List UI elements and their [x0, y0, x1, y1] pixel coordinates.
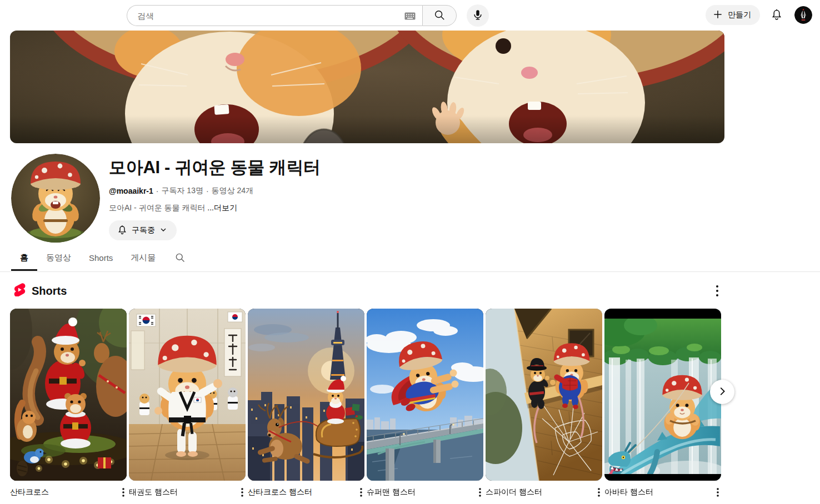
video-thumbnail-spider-hamster[interactable] — [486, 309, 602, 481]
video-kebab-button[interactable] — [715, 487, 721, 500]
video-thumbnail-santa-hamster[interactable] — [248, 309, 364, 481]
card-footer: 태권도 햄스터 — [129, 487, 246, 500]
bell-icon — [770, 8, 783, 23]
youtube-channel-page: 만들기 — [0, 0, 820, 504]
card-footer: 스파이더 햄스터 — [486, 487, 602, 500]
description-text: 모아AI - 귀여운 동물 캐릭터 — [109, 203, 205, 212]
search-area — [127, 4, 489, 27]
keyboard-icon[interactable] — [404, 12, 416, 22]
channel-tabs: 홈 동영상 Shorts 게시물 — [11, 244, 820, 271]
channel-title: 모아AI - 귀여운 동물 캐릭터 — [109, 156, 321, 179]
meta-separator: · — [206, 187, 209, 195]
search-box[interactable] — [127, 5, 422, 26]
channel-meta: @moaaikr-1 · 구독자 13명 · 동영상 24개 — [109, 186, 321, 196]
shorts-card: 산타크로스 — [10, 309, 127, 500]
channel-banner — [10, 31, 724, 143]
plus-icon — [712, 9, 723, 22]
create-button[interactable]: 만들기 — [706, 5, 760, 25]
channel-header: 모아AI - 귀여운 동물 캐릭터 @moaaikr-1 · 구독자 13명 ·… — [11, 154, 820, 243]
bell-icon — [117, 224, 128, 237]
card-footer: 슈퍼맨 햄스터 — [367, 487, 483, 500]
shorts-section-header: Shorts — [10, 281, 724, 301]
shorts-card: 스파이더 햄스터 — [486, 309, 602, 500]
banner-art — [10, 31, 724, 143]
subscribed-button[interactable]: 구독중 — [109, 220, 177, 240]
notifications-button[interactable] — [766, 4, 788, 26]
tab-videos[interactable]: 동영상 — [37, 245, 80, 271]
search-button[interactable] — [422, 5, 457, 26]
video-kebab-button[interactable] — [596, 487, 602, 500]
search-icon — [433, 9, 446, 23]
tab-home[interactable]: 홈 — [11, 245, 37, 271]
video-thumbnail-superman-hamster[interactable] — [367, 309, 483, 481]
card-footer: 산타크로스 햄스터 — [248, 487, 364, 500]
shorts-card: 태권도 햄스터 — [129, 309, 246, 500]
video-thumbnail-avatar-hamster[interactable] — [604, 309, 721, 481]
topbar-right: 만들기 — [706, 4, 812, 26]
search-icon — [174, 252, 186, 265]
video-title[interactable]: 슈퍼맨 햄스터 — [367, 487, 416, 497]
more-link[interactable]: ...더보기 — [207, 203, 237, 212]
channel-info: 모아AI - 귀여운 동물 캐릭터 @moaaikr-1 · 구독자 13명 ·… — [109, 154, 321, 243]
shorts-card: 산타크로스 햄스터 — [248, 309, 364, 500]
video-kebab-button[interactable] — [121, 487, 126, 500]
video-kebab-button[interactable] — [358, 487, 364, 500]
video-title[interactable]: 스파이더 햄스터 — [486, 487, 542, 497]
kebab-icon — [716, 290, 719, 299]
video-kebab-button[interactable] — [477, 487, 483, 500]
subscriber-count: 구독자 13명 — [161, 186, 203, 196]
channel-description: 모아AI - 귀여운 동물 캐릭터 ...더보기 — [109, 203, 321, 213]
video-thumbnail-santa-squirrels[interactable] — [10, 309, 127, 481]
mic-icon — [472, 9, 484, 23]
video-title[interactable]: 산타크로스 — [10, 487, 49, 497]
shorts-logo-icon — [13, 283, 26, 299]
subscribe-label: 구독중 — [132, 225, 155, 235]
chevron-right-icon — [716, 385, 728, 399]
create-label: 만들기 — [728, 10, 751, 20]
shelf-next-button[interactable] — [710, 380, 734, 404]
topbar: 만들기 — [0, 0, 820, 31]
channel-avatar — [11, 154, 100, 243]
shorts-card: 아바타 햄스터 — [604, 309, 721, 500]
search-input[interactable] — [136, 11, 398, 21]
shorts-section-title: Shorts — [32, 285, 67, 298]
video-count: 동영상 24개 — [212, 186, 253, 196]
video-thumbnail-taekwondo-hamster[interactable] — [129, 309, 246, 481]
user-avatar[interactable] — [794, 6, 812, 24]
tab-posts[interactable]: 게시물 — [122, 245, 164, 271]
channel-search-button[interactable] — [164, 244, 190, 271]
card-footer: 산타크로스 — [10, 487, 127, 500]
tabs-bar: 홈 동영상 Shorts 게시물 — [0, 244, 820, 272]
tab-shorts[interactable]: Shorts — [80, 245, 122, 270]
card-footer: 아바타 햄스터 — [604, 487, 721, 500]
channel-handle: @moaaikr-1 — [109, 187, 153, 195]
video-title[interactable]: 아바타 햄스터 — [604, 487, 653, 497]
mic-button[interactable] — [467, 4, 489, 27]
meta-separator: · — [156, 187, 159, 195]
section-kebab-button[interactable] — [714, 284, 720, 300]
video-title[interactable]: 산타크로스 햄스터 — [248, 487, 312, 497]
shorts-card: 슈퍼맨 햄스터 — [367, 309, 483, 500]
chevron-down-icon — [159, 225, 168, 236]
video-title[interactable]: 태권도 햄스터 — [129, 487, 178, 497]
video-kebab-button[interactable] — [239, 487, 245, 500]
shorts-shelf: 산타크로스 — [10, 309, 727, 500]
